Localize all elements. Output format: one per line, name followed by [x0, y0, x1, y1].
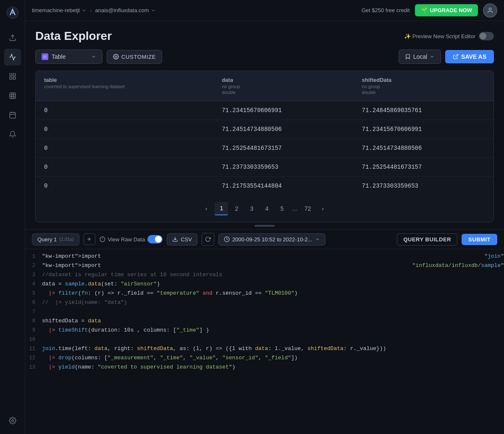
page-title: Data Explorer: [35, 29, 112, 43]
page-3-button[interactable]: 3: [245, 202, 258, 215]
line-number: 1: [25, 253, 42, 259]
page-5-button[interactable]: 5: [275, 202, 289, 215]
drag-bar: [255, 225, 275, 227]
submit-button[interactable]: SUBMIT: [462, 234, 497, 245]
line-number: 5: [25, 290, 42, 296]
line-code: |> drop(columns: ["_measurement", "_time…: [42, 355, 504, 361]
query-builder-button[interactable]: QUERY BUILDER: [397, 233, 457, 246]
table-row: 0 71.21753554144804 71.2373303359653: [36, 177, 494, 196]
query-tab-label: Query 1: [37, 236, 57, 243]
svg-point-16: [489, 8, 491, 10]
user-selector[interactable]: anais@influxdata.com: [95, 7, 156, 13]
cell-data: 71.23415670606991: [213, 101, 353, 120]
line-number: 12: [25, 355, 42, 361]
line-number: 9: [25, 327, 42, 333]
upgrade-button[interactable]: 🌱 UPGRADE NOW: [415, 4, 478, 16]
local-dropdown-icon: [430, 54, 435, 59]
line-number: 11: [25, 345, 42, 352]
customize-button[interactable]: CUSTOMIZE: [107, 50, 162, 64]
svg-rect-11: [10, 112, 16, 118]
topbar-right: Get $250 free credit 🌱 UPGRADE NOW: [362, 3, 497, 18]
gear-icon: [113, 54, 119, 60]
prev-page-button[interactable]: ‹: [200, 202, 213, 215]
code-line: 6 // |> yield(name: "data"): [25, 299, 504, 308]
cell-shifted-data: 71.24845869035761: [354, 101, 494, 120]
page-2-button[interactable]: 2: [230, 202, 243, 215]
view-raw-toggle: View Raw Data: [100, 235, 163, 243]
cell-data: 71.25254481673157: [213, 139, 353, 158]
next-page-button[interactable]: ›: [316, 202, 330, 215]
page-4-button[interactable]: 4: [260, 202, 273, 215]
sidebar-item-calendar[interactable]: [4, 107, 21, 123]
table-row: 0 71.25254481673157 71.24514734880506: [36, 139, 494, 158]
page-header: Data Explorer ✨ Preview New Script Edito…: [25, 21, 504, 50]
svg-rect-2: [10, 73, 12, 76]
svg-rect-5: [10, 77, 12, 79]
toolbar-right: Local SAVE AS: [399, 50, 494, 64]
code-editor[interactable]: 1 "kw-import">import "join" 2 "kw-import…: [25, 249, 504, 434]
query-time-badge: (1.01s): [59, 237, 74, 242]
sidebar-item-upload[interactable]: [4, 29, 21, 46]
avatar[interactable]: [483, 3, 497, 18]
cell-table: 0: [36, 158, 213, 177]
refresh-button[interactable]: [202, 233, 214, 246]
line-number: 8: [25, 318, 42, 324]
svg-rect-6: [10, 93, 16, 99]
line-number: 3: [25, 272, 42, 278]
clock-icon: [224, 236, 230, 242]
line-code: |> filter(fn: (r) => r._field == "temper…: [42, 290, 504, 296]
save-icon: [453, 54, 459, 60]
cell-table: 0: [36, 139, 213, 158]
line-code: "kw-import">import: [42, 262, 412, 269]
svg-point-15: [11, 420, 13, 422]
org-chevron-icon: [81, 8, 87, 13]
code-line: 2 "kw-import">import "influxdata/influxd…: [25, 262, 504, 271]
preview-toggle-area: ✨ Preview New Script Editor: [404, 32, 494, 40]
code-line: 4 data = sample.data(set: "airSensor"): [25, 280, 504, 290]
preview-toggle-switch[interactable]: [479, 32, 494, 40]
local-button[interactable]: Local: [399, 50, 441, 64]
free-credit-text: Get $250 free credit: [362, 7, 410, 13]
drag-handle[interactable]: [25, 222, 504, 229]
col-header-shifted-data: shiftedData no group double: [354, 71, 494, 101]
query-tab[interactable]: Query 1 (1.01s): [32, 233, 79, 246]
page-72-button[interactable]: 72: [301, 202, 315, 215]
line-number: 13: [25, 364, 42, 370]
code-line: 3 //dataset is regular time series at 10…: [25, 271, 504, 280]
svg-line-18: [455, 55, 458, 57]
org-name: timemachine-rebetjt: [32, 7, 80, 13]
user-chevron-icon: [151, 8, 156, 13]
sidebar-item-dashboard[interactable]: [4, 68, 21, 85]
table-icon: ⊞: [42, 53, 48, 60]
app-logo[interactable]: [5, 5, 20, 20]
sidebar-item-grid[interactable]: [4, 87, 21, 104]
csv-button[interactable]: CSV: [167, 233, 197, 246]
query-toolbar: Query 1 (1.01s) + View Raw Data CSV: [25, 230, 504, 249]
add-query-button[interactable]: +: [84, 233, 95, 245]
cell-shifted-data: 71.25254481673157: [354, 158, 494, 177]
view-raw-toggle-switch[interactable]: [147, 235, 163, 243]
cell-shifted-data: 71.23415670606991: [354, 120, 494, 139]
line-number: 10: [25, 336, 42, 342]
sidebar-item-chart[interactable]: [4, 49, 21, 65]
table-row: 0 71.23415670606991 71.24845869035761: [36, 101, 494, 120]
upgrade-icon: 🌱: [421, 7, 428, 13]
sidebar-item-settings[interactable]: [4, 412, 21, 429]
page-1-button[interactable]: 1: [215, 202, 228, 215]
cell-table: 0: [36, 120, 213, 139]
bottom-panel: Query 1 (1.01s) + View Raw Data CSV: [25, 229, 504, 434]
org-selector[interactable]: timemachine-rebetjt: [32, 7, 87, 13]
sidebar-item-bell[interactable]: [4, 126, 21, 143]
line-number: 2: [25, 262, 42, 269]
pagination-ellipsis: ...: [290, 205, 299, 212]
page: Data Explorer ✨ Preview New Script Edito…: [25, 21, 504, 434]
code-line: 7: [25, 308, 504, 317]
time-range-selector[interactable]: 2000-09-25 10:52 to 2022-10-2...: [218, 233, 326, 246]
line-number: 7: [25, 309, 42, 315]
cell-data: 71.2373303359653: [213, 158, 353, 177]
save-as-button[interactable]: SAVE AS: [445, 50, 494, 63]
line-code: |> timeShift(duration: 10s , columns: ["…: [42, 327, 504, 333]
preview-label: ✨ Preview New Script Editor: [404, 33, 475, 39]
line-code: //dataset is regular time series at 10 s…: [42, 272, 504, 278]
view-type-button[interactable]: ⊞ Table: [35, 50, 102, 64]
